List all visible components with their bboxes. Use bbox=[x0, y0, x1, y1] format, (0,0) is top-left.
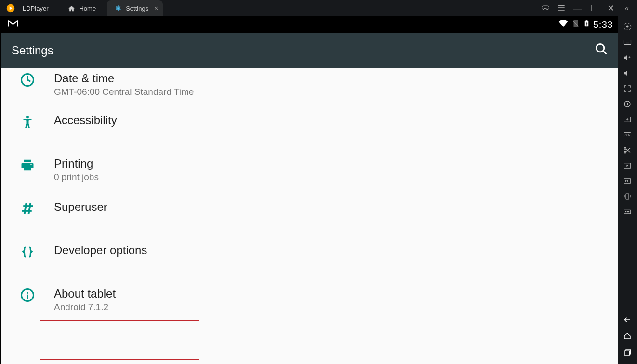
maximize-icon[interactable]: ☐ bbox=[589, 3, 599, 13]
apk-icon[interactable]: APK bbox=[618, 130, 637, 139]
hash-icon bbox=[1, 199, 54, 216]
svg-rect-40 bbox=[626, 194, 629, 199]
braces-icon bbox=[1, 243, 54, 259]
tab-home-label: Home bbox=[79, 5, 96, 12]
fullscreen-icon[interactable] bbox=[618, 84, 637, 93]
video-icon[interactable] bbox=[618, 161, 637, 170]
tab-home[interactable]: Home bbox=[60, 3, 104, 13]
settings-item-accessibility[interactable]: Accessibility bbox=[1, 105, 619, 148]
gamepad-icon[interactable] bbox=[540, 3, 550, 14]
close-icon[interactable]: × bbox=[154, 4, 158, 12]
tab-settings[interactable]: Settings × bbox=[107, 0, 163, 16]
item-title: Superuser bbox=[54, 199, 619, 214]
accessibility-icon bbox=[1, 113, 54, 129]
item-title: Accessibility bbox=[54, 113, 619, 128]
tab-settings-label: Settings bbox=[126, 5, 148, 12]
highlight-annotation bbox=[40, 320, 199, 360]
keyboard-icon[interactable] bbox=[618, 38, 637, 47]
svg-line-12 bbox=[25, 203, 27, 214]
nav-back-icon[interactable] bbox=[622, 315, 633, 324]
app-name: LDPlayer bbox=[21, 3, 57, 13]
settings-item-developer-options[interactable]: Developer options bbox=[1, 235, 619, 278]
svg-rect-16 bbox=[27, 295, 28, 299]
svg-line-36 bbox=[626, 148, 630, 152]
settings-item-superuser[interactable]: Superuser bbox=[1, 192, 619, 235]
svg-rect-47 bbox=[624, 351, 630, 355]
svg-text:−: − bbox=[628, 71, 631, 75]
item-subtitle: 0 print jobs bbox=[54, 172, 619, 182]
item-title: About tablet bbox=[54, 286, 619, 301]
page-title: Settings bbox=[12, 44, 53, 57]
svg-line-13 bbox=[29, 203, 31, 214]
titlebar: LDPlayer Home Settings × ☰ — ☐ ✕ « bbox=[0, 0, 637, 16]
svg-point-45 bbox=[627, 211, 628, 212]
settings-gear-icon[interactable] bbox=[618, 22, 637, 31]
item-title: Developer options bbox=[54, 243, 619, 258]
svg-rect-4 bbox=[586, 20, 588, 21]
svg-point-5 bbox=[597, 44, 604, 52]
shake-icon[interactable] bbox=[618, 192, 637, 201]
sync-icon[interactable] bbox=[618, 100, 637, 108]
volume-up-icon[interactable]: + bbox=[618, 53, 637, 62]
wifi-icon bbox=[558, 18, 569, 31]
svg-point-8 bbox=[26, 116, 29, 118]
emulator-toolbar: + − APK bbox=[618, 16, 637, 364]
nav-home-icon[interactable] bbox=[622, 332, 633, 340]
menu-icon[interactable]: ☰ bbox=[557, 3, 566, 13]
item-subtitle: Android 7.1.2 bbox=[54, 302, 619, 312]
svg-point-15 bbox=[27, 292, 28, 294]
scissors-icon[interactable] bbox=[618, 146, 637, 155]
svg-point-44 bbox=[625, 211, 626, 212]
minimize-icon[interactable]: — bbox=[573, 3, 583, 13]
ldplayer-logo-icon bbox=[0, 0, 21, 16]
nav-recent-icon[interactable] bbox=[622, 348, 633, 357]
clock-icon bbox=[1, 71, 54, 87]
svg-point-46 bbox=[628, 211, 629, 212]
no-sim-icon bbox=[571, 18, 580, 31]
close-window-icon[interactable]: ✕ bbox=[606, 3, 615, 13]
battery-charging-icon bbox=[583, 18, 590, 31]
printer-icon bbox=[1, 156, 54, 172]
more-icon[interactable] bbox=[618, 208, 637, 216]
info-icon bbox=[1, 286, 54, 302]
settings-item-about-tablet[interactable]: About tablet Android 7.1.2 bbox=[1, 278, 619, 322]
svg-point-9 bbox=[30, 164, 32, 166]
settings-item-printing[interactable]: Printing 0 print jobs bbox=[1, 148, 619, 192]
android-statusbar: 5:33 bbox=[1, 16, 619, 33]
status-clock: 5:33 bbox=[593, 19, 613, 30]
add-window-icon[interactable] bbox=[618, 115, 637, 124]
window-controls: ☰ — ☐ ✕ « bbox=[540, 3, 637, 14]
collapse-sidebar-icon[interactable]: « bbox=[622, 4, 632, 12]
volume-down-icon[interactable]: − bbox=[618, 69, 637, 78]
svg-line-35 bbox=[626, 149, 630, 153]
settings-list: Date & time GMT-06:00 Central Standard T… bbox=[1, 68, 619, 364]
svg-rect-19 bbox=[624, 40, 631, 45]
search-icon[interactable] bbox=[595, 42, 608, 59]
svg-text:+: + bbox=[628, 55, 631, 60]
svg-text:APK: APK bbox=[625, 133, 630, 136]
gmail-icon bbox=[7, 17, 19, 32]
item-title: Printing bbox=[54, 156, 619, 171]
svg-point-18 bbox=[626, 26, 629, 28]
screenshot-icon[interactable] bbox=[618, 177, 637, 185]
svg-line-6 bbox=[603, 51, 607, 54]
item-subtitle: GMT-06:00 Central Standard Time bbox=[54, 87, 619, 97]
item-title: Date & time bbox=[54, 71, 619, 86]
settings-header: Settings bbox=[1, 33, 619, 68]
svg-rect-38 bbox=[624, 179, 631, 184]
settings-item-date-time[interactable]: Date & time GMT-06:00 Central Standard T… bbox=[1, 68, 619, 105]
svg-rect-39 bbox=[625, 180, 628, 182]
